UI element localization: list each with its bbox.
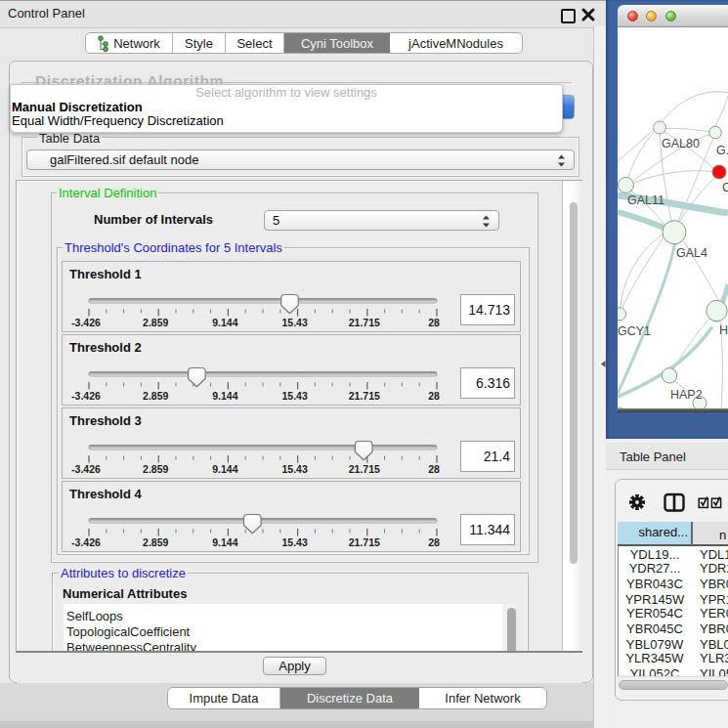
svg-text:-3.426: -3.426: [71, 463, 101, 475]
svg-text:GCY1: GCY1: [618, 324, 651, 338]
svg-text:C: C: [722, 181, 728, 194]
svg-text:15.43: 15.43: [281, 463, 307, 475]
svg-text:GAL4: GAL4: [676, 246, 707, 260]
svg-text:G.: G.: [716, 144, 728, 157]
svg-text:-3.426: -3.426: [71, 390, 101, 402]
svg-text:15.43: 15.43: [281, 390, 307, 402]
svg-text:2.859: 2.859: [143, 317, 168, 328]
svg-text:9.144: 9.144: [212, 317, 237, 328]
svg-text:9.144: 9.144: [212, 390, 237, 402]
svg-text:28: 28: [428, 536, 440, 548]
svg-text:2.859: 2.859: [143, 536, 168, 548]
svg-text:-3.426: -3.426: [71, 536, 101, 548]
svg-text:28: 28: [428, 463, 440, 475]
svg-text:21.715: 21.715: [349, 390, 380, 402]
svg-text:2.859: 2.859: [143, 390, 168, 402]
svg-text:H: H: [719, 323, 728, 337]
svg-text:21.715: 21.715: [349, 317, 380, 328]
svg-text:-3.426: -3.426: [71, 317, 101, 328]
svg-text:21.715: 21.715: [349, 536, 380, 548]
svg-text:GAL80: GAL80: [662, 137, 700, 150]
svg-text:15.43: 15.43: [281, 317, 307, 328]
svg-text:2.859: 2.859: [143, 463, 168, 475]
svg-text:21.715: 21.715: [349, 463, 380, 475]
svg-text:HAP2: HAP2: [670, 388, 703, 402]
svg-text:28: 28: [428, 317, 440, 328]
svg-text:9.144: 9.144: [212, 536, 237, 548]
svg-text:GAL11: GAL11: [627, 193, 664, 207]
svg-text:28: 28: [428, 390, 440, 402]
svg-text:15.43: 15.43: [281, 536, 307, 548]
svg-text:9.144: 9.144: [212, 463, 237, 475]
